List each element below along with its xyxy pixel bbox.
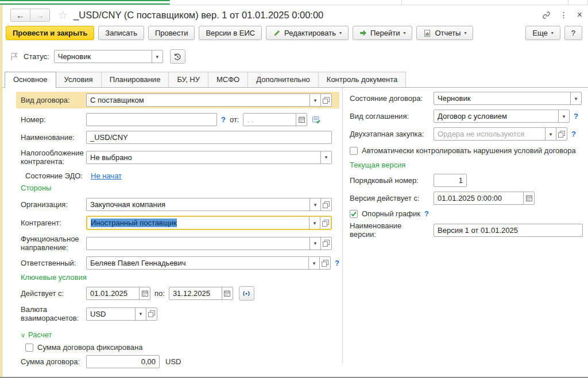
edo-state-link[interactable]: Не начат (91, 172, 122, 180)
sequence-number-field[interactable]: 1 (434, 174, 467, 187)
favorite-star-icon[interactable]: ☆ (58, 9, 68, 22)
valid-to-calendar-button[interactable] (222, 287, 233, 299)
set-number-button[interactable] (312, 115, 321, 124)
amount-value: 0,00 (87, 357, 159, 366)
more-menu-icon[interactable]: ⋮ (560, 10, 568, 20)
auto-control-checkbox[interactable] (350, 147, 358, 155)
two-stage-row: Двухэтапная закупка: Ордера не использую… (350, 127, 586, 141)
two-stage-help[interactable]: ? (571, 130, 576, 138)
window-tab[interactable] (568, 0, 588, 5)
version-name-field[interactable]: Версия 1 от 01.01.2025 (434, 224, 583, 237)
tab-msfo[interactable]: МСФО (208, 72, 248, 87)
responsible-help[interactable]: ? (335, 259, 339, 267)
organization-dropdown-button[interactable]: ▾ (310, 198, 320, 211)
counterparty-label: Контрагент: (21, 219, 86, 227)
reports-menu-button[interactable]: Отчеты ▾ (416, 26, 473, 40)
navigate-menu-button[interactable]: Перейти ▾ (353, 26, 413, 40)
tab-document-control[interactable]: Контроль документа (318, 72, 406, 87)
chevron-down-icon: ▾ (314, 240, 317, 246)
status-dropdown-button[interactable]: ▾ (152, 50, 163, 63)
section-calculation[interactable]: ∨Расчет (21, 330, 339, 339)
status-history-button[interactable] (170, 49, 185, 64)
chevron-down-icon: ▾ (550, 131, 552, 137)
counterparty-value-selected: Иностранный поставщик (91, 219, 177, 227)
document-date-field[interactable]: . . (243, 113, 307, 126)
functional-direction-row: Функциональное направление: ▾ (21, 235, 339, 252)
number-help[interactable]: ? (221, 115, 226, 124)
amount-field[interactable]: 0,00 (86, 355, 160, 368)
reference-schedule-help[interactable]: ? (424, 209, 429, 218)
status-combobox[interactable]: Черновик ▾ (54, 50, 163, 63)
organization-open-button[interactable] (320, 198, 331, 211)
contract-state-field[interactable]: Черновик ▾ (434, 92, 582, 105)
open-form-icon (323, 97, 330, 104)
version-valid-from-field[interactable]: 01.01.2025 0:00:00 (434, 192, 535, 205)
checkmark-icon (350, 211, 357, 217)
more-actions-button[interactable]: Еще ▾ (525, 26, 560, 40)
help-button[interactable]: ? (564, 26, 582, 40)
currency-dropdown-button[interactable]: ▾ (135, 308, 146, 320)
toolbar: Провести и закрыть Записать Провести Вер… (0, 25, 588, 44)
version-valid-from-calendar-button[interactable] (523, 192, 534, 204)
valid-from-calendar-button[interactable] (139, 287, 150, 299)
tab-main[interactable]: Основное (5, 72, 56, 88)
responsible-dropdown-button[interactable]: ▾ (308, 257, 319, 269)
organization-field[interactable]: Закупочная компания ▾ (86, 198, 332, 211)
close-icon[interactable]: × (577, 10, 582, 20)
agreement-kind-help[interactable]: ? (574, 112, 578, 120)
forward-button[interactable]: → (30, 9, 50, 22)
edit-menu-button[interactable]: Редактировать ▾ (266, 26, 349, 40)
agreement-kind-dropdown-button[interactable]: ▾ (558, 110, 569, 122)
tab-additional[interactable]: Дополнительно (247, 72, 319, 87)
eis-versions-button[interactable]: Версии в ЕИС (199, 26, 262, 40)
valid-to-field[interactable]: 31.12.2025 (169, 287, 233, 300)
number-field[interactable] (86, 113, 217, 126)
number-label: Номер: (21, 115, 86, 124)
functional-direction-open-button[interactable] (320, 237, 331, 250)
currency-open-button[interactable] (146, 308, 157, 320)
write-button[interactable]: Записать (98, 26, 144, 40)
counterparty-open-button[interactable] (320, 217, 331, 229)
taxation-field[interactable]: Не выбрано ▾ (86, 151, 332, 164)
back-button[interactable]: ← (10, 9, 30, 22)
contract-state-row: Состояние договора: Черновик ▾ (350, 92, 586, 105)
responsible-open-button[interactable] (319, 257, 330, 269)
contract-kind-dropdown-button[interactable]: ▾ (310, 94, 320, 106)
agreement-kind-field[interactable]: Договор с условием ▾ (434, 110, 570, 123)
tab-planning[interactable]: Планирование (101, 72, 169, 87)
counterparty-field[interactable]: Иностранный поставщик ▾ (86, 216, 332, 230)
post-and-close-button[interactable]: Провести и закрыть (6, 26, 94, 40)
chevron-down-icon: ▾ (325, 154, 328, 160)
two-stage-dropdown-button[interactable]: ▾ (545, 128, 556, 140)
document-date-calendar-button[interactable] (296, 114, 307, 126)
name-row: Наименование: _USD/CNY (21, 131, 339, 144)
currency-field[interactable]: USD ▾ (86, 307, 157, 321)
window-tab[interactable] (402, 0, 568, 5)
period-link-button[interactable] (239, 286, 254, 301)
valid-from-field[interactable]: 01.01.2025 (86, 287, 150, 300)
contract-kind-open-button[interactable] (320, 94, 331, 106)
responsible-field[interactable]: Беляев Павел Геннадьевич ▾ (86, 256, 331, 270)
post-button[interactable]: Провести (148, 26, 195, 40)
tab-conditions[interactable]: Условия (56, 72, 102, 87)
currency-value: USD (87, 310, 135, 318)
window-tab[interactable] (170, 0, 402, 5)
two-stage-open-button[interactable] (556, 128, 567, 140)
contract-state-dropdown-button[interactable]: ▾ (570, 92, 581, 104)
two-stage-field[interactable]: Ордера не используются ▾ (434, 127, 567, 141)
section-calculation-label: Расчет (28, 330, 52, 339)
get-link-icon[interactable] (542, 11, 551, 20)
counterparty-dropdown-button[interactable]: ▾ (309, 217, 320, 229)
agreement-kind-label: Вид соглашения: (350, 112, 434, 120)
amount-fixed-checkbox[interactable] (25, 344, 33, 352)
reference-schedule-checkbox[interactable] (350, 210, 358, 218)
functional-direction-field[interactable]: ▾ (86, 237, 332, 250)
active-window-tab[interactable] (0, 0, 170, 5)
currency-label: Валюта взаиморасчетов: (21, 305, 86, 322)
currency-row: Валюта взаиморасчетов: USD ▾ (21, 305, 339, 322)
name-field[interactable]: _USD/CNY (86, 131, 332, 144)
contract-kind-field[interactable]: С поставщиком ▾ (86, 93, 332, 107)
functional-direction-dropdown-button[interactable]: ▾ (310, 237, 320, 250)
tab-bu-nu[interactable]: БУ, НУ (168, 72, 208, 87)
taxation-dropdown-button[interactable]: ▾ (320, 151, 331, 163)
